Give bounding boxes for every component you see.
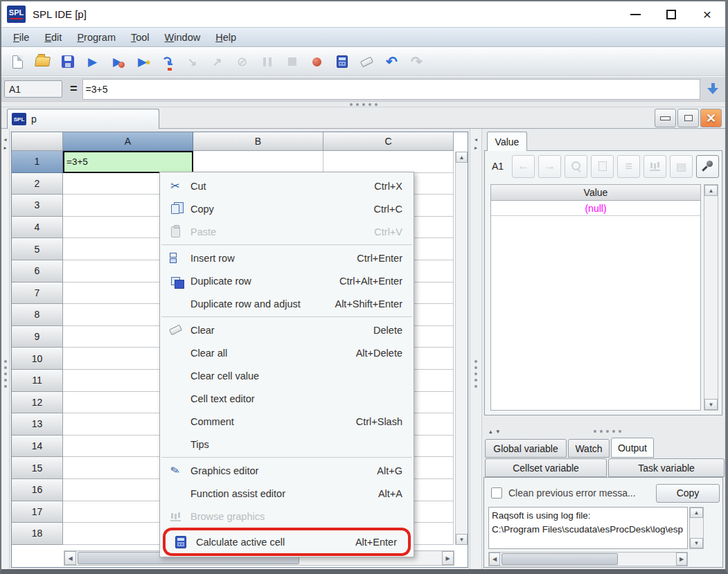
window-maximize-button[interactable] bbox=[653, 1, 689, 27]
tab-output[interactable]: Output bbox=[611, 438, 654, 458]
collapse-left-icon[interactable]: ◂ bbox=[474, 136, 477, 144]
column-header-b[interactable]: B bbox=[193, 132, 323, 151]
menu-item-clear-cell-value[interactable]: Clear cell value bbox=[160, 364, 414, 387]
row-header-7[interactable]: 7 bbox=[12, 282, 63, 305]
cell-c1[interactable] bbox=[323, 151, 454, 173]
row-header-8[interactable]: 8 bbox=[12, 304, 63, 326]
row-header-18[interactable]: 18 bbox=[12, 523, 63, 545]
scroll-down-icon[interactable]: ▼ bbox=[456, 534, 468, 545]
splitter-arrows-icon[interactable]: ▴▾ bbox=[489, 428, 504, 435]
sheet-close-button[interactable]: ✕ bbox=[700, 109, 722, 127]
tab-watch[interactable]: Watch bbox=[568, 439, 610, 458]
open-file-button[interactable] bbox=[33, 53, 52, 71]
row-header-14[interactable]: 14 bbox=[12, 436, 63, 458]
scrollbar-thumb[interactable] bbox=[501, 553, 618, 565]
menu-file[interactable]: File bbox=[6, 32, 37, 43]
scroll-up-icon[interactable]: ▲ bbox=[456, 152, 468, 163]
run-button[interactable] bbox=[83, 53, 102, 71]
log-horizontal-scrollbar[interactable]: ◀ ▶ bbox=[488, 552, 688, 566]
value-null-row[interactable]: (null) bbox=[491, 201, 700, 216]
row-header-9[interactable]: 9 bbox=[12, 326, 63, 348]
clear-button[interactable] bbox=[357, 53, 376, 71]
expand-formula-button[interactable] bbox=[700, 83, 725, 95]
row-header-4[interactable]: 4 bbox=[12, 217, 63, 239]
column-header-c[interactable]: C bbox=[323, 132, 454, 151]
tab-cellset-variable[interactable]: Cellset variable bbox=[485, 458, 607, 477]
menu-window[interactable]: Window bbox=[157, 32, 208, 43]
scroll-down-icon[interactable]: ▼ bbox=[690, 538, 703, 548]
sheet-restore-button[interactable] bbox=[677, 109, 699, 127]
pin-button[interactable] bbox=[696, 155, 719, 178]
menu-item-clear[interactable]: ClearDelete bbox=[160, 319, 414, 341]
menu-item-duplicate-row-and-adjust[interactable]: Duplicate row and adjustAlt+Shift+Enter bbox=[160, 292, 414, 315]
corner-header[interactable] bbox=[12, 132, 63, 151]
new-file-button[interactable] bbox=[8, 53, 27, 71]
tab-global-variable[interactable]: Global variable bbox=[485, 439, 567, 458]
tab-p[interactable]: SPL p bbox=[7, 109, 159, 129]
row-header-3[interactable]: 3 bbox=[12, 195, 63, 217]
menu-item-comment[interactable]: CommentCtrl+Slash bbox=[160, 410, 414, 433]
row-header-15[interactable]: 15 bbox=[12, 457, 63, 479]
cell-a1[interactable]: =3+5 bbox=[63, 151, 193, 173]
row-header-2[interactable]: 2 bbox=[12, 173, 63, 195]
row-header-17[interactable]: 17 bbox=[12, 501, 63, 523]
panel-splitter[interactable]: ▴▾ bbox=[483, 425, 723, 438]
menu-item-calculate-active-cell[interactable]: Calculate active cellAlt+Enter bbox=[166, 530, 408, 553]
menu-item-cut[interactable]: CutCtrl+X bbox=[160, 174, 414, 197]
menu-help[interactable]: Help bbox=[208, 32, 244, 43]
value-vertical-scrollbar[interactable]: ▲ ▼ bbox=[704, 184, 718, 411]
run-debug-button[interactable] bbox=[108, 53, 127, 71]
horizontal-splitter[interactable] bbox=[1, 101, 725, 107]
step-next-button[interactable] bbox=[158, 53, 177, 71]
scroll-down-icon[interactable]: ▼ bbox=[704, 399, 718, 410]
formula-input[interactable]: =3+5 bbox=[82, 79, 700, 100]
menu-item-copy[interactable]: CopyCtrl+C bbox=[160, 197, 414, 220]
scroll-left-icon[interactable]: ◀ bbox=[64, 551, 76, 565]
menu-item-tips[interactable]: Tips bbox=[160, 433, 414, 456]
row-header-16[interactable]: 16 bbox=[12, 479, 63, 501]
menu-program[interactable]: Program bbox=[69, 32, 123, 43]
tab-value[interactable]: Value bbox=[487, 132, 527, 151]
left-splitter[interactable]: ◂▸ bbox=[1, 129, 10, 569]
row-header-6[interactable]: 6 bbox=[12, 260, 63, 282]
scroll-up-icon[interactable]: ▲ bbox=[690, 508, 703, 518]
center-splitter[interactable]: ◂▸ bbox=[470, 129, 482, 569]
window-close-button[interactable]: × bbox=[689, 1, 725, 27]
menu-item-clear-all[interactable]: Clear allAlt+Delete bbox=[160, 341, 414, 364]
row-header-13[interactable]: 13 bbox=[12, 413, 63, 436]
cell-b1[interactable] bbox=[193, 151, 323, 173]
clean-errors-checkbox[interactable] bbox=[491, 487, 502, 499]
cell-ref-box[interactable]: A1 bbox=[4, 80, 62, 98]
menu-item-graphics-editor[interactable]: Graphics editorAlt+G bbox=[160, 459, 414, 482]
menu-item-duplicate-row[interactable]: Duplicate rowCtrl+Alt+Enter bbox=[160, 269, 414, 292]
column-header-a[interactable]: A bbox=[63, 132, 193, 151]
breakpoint-button[interactable] bbox=[308, 53, 326, 71]
calculate-button[interactable] bbox=[332, 53, 351, 71]
menu-edit[interactable]: Edit bbox=[37, 32, 69, 43]
save-file-button[interactable] bbox=[58, 53, 77, 71]
log-output[interactable]: Raqsoft is using log file:C:\Program Fil… bbox=[488, 507, 688, 549]
menu-item-insert-row[interactable]: Insert rowCtrl+Enter bbox=[160, 246, 414, 269]
expand-right-icon[interactable]: ▸ bbox=[474, 144, 477, 152]
row-header-12[interactable]: 12 bbox=[12, 392, 63, 414]
window-minimize-button[interactable] bbox=[617, 1, 653, 27]
scroll-up-icon[interactable]: ▲ bbox=[704, 185, 718, 196]
sheet-minimize-button[interactable] bbox=[655, 109, 676, 127]
scroll-left-icon[interactable]: ◀ bbox=[489, 553, 500, 566]
undo-button[interactable] bbox=[382, 53, 401, 71]
row-header-10[interactable]: 10 bbox=[12, 348, 63, 370]
grid-vertical-scrollbar[interactable]: ▲ ▼ bbox=[455, 152, 468, 545]
tab-task-variable[interactable]: Task variable bbox=[608, 458, 725, 477]
menu-tool[interactable]: Tool bbox=[123, 32, 157, 43]
log-vertical-scrollbar[interactable]: ▲ ▼ bbox=[689, 507, 704, 549]
copy-button[interactable]: Copy bbox=[656, 484, 720, 503]
scroll-right-icon[interactable]: ▶ bbox=[442, 551, 454, 565]
row-header-11[interactable]: 11 bbox=[12, 370, 63, 392]
scroll-right-icon[interactable]: ▶ bbox=[676, 553, 687, 566]
menu-item-function-assist-editor[interactable]: Function assist editorAlt+A bbox=[160, 482, 414, 505]
expand-right-icon[interactable]: ▸ bbox=[3, 144, 6, 152]
menu-item-cell-text-editor[interactable]: Cell text editor bbox=[160, 387, 414, 410]
collapse-left-icon[interactable]: ◂ bbox=[3, 136, 6, 144]
run-to-cursor-button[interactable] bbox=[133, 53, 152, 71]
row-header-1[interactable]: 1 bbox=[12, 151, 63, 173]
